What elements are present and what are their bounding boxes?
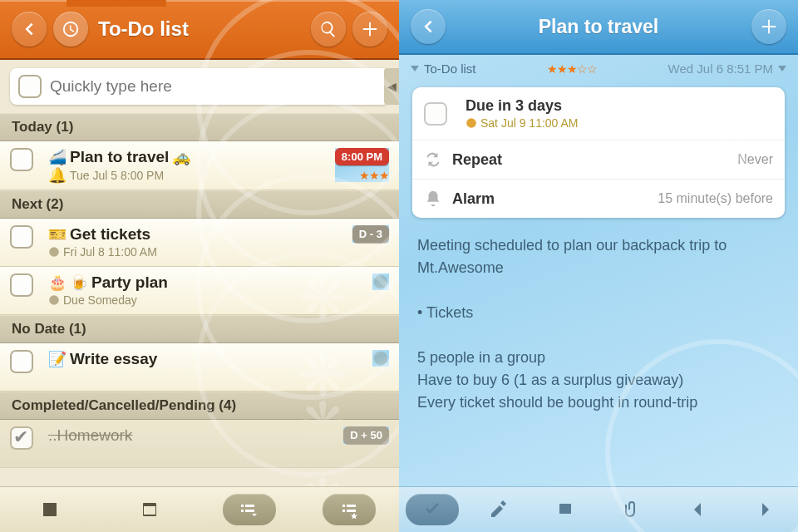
bell-icon [424,190,442,208]
list-screen: To-Do list ◀ Today (1) 🚄Plan to travel🚕 … [0,0,399,532]
share-icon [555,500,575,520]
task-title: ..Homework [48,426,132,445]
search-icon [319,20,337,38]
tab-inbox[interactable] [23,494,76,525]
ticket-icon: 🎫 [48,227,66,242]
repeat-label: Repeat [452,151,727,169]
chevron-left-icon [688,500,708,520]
chevron-right-icon [755,500,775,520]
beer-icon: 🍺 [70,275,88,290]
clock-icon [466,117,477,129]
detail-screen: Plan to travel To-Do list ★★★☆☆ Wed Jul … [399,0,798,532]
task-sub: Fri Jul 8 11:00 AM [63,245,157,259]
section-done: Completed/Cancelled/Pending (4) [0,392,399,420]
countdown-badge: D + 50 [343,426,389,444]
section-today: Today (1) [0,113,399,141]
quick-checkbox[interactable] [18,75,42,98]
add-button[interactable] [751,9,786,44]
bottom-toolbar [399,486,798,532]
due-row[interactable]: Due in 3 days Sat Jul 9 11:00 AM [412,87,785,140]
starlist-icon [339,500,359,520]
alarm-row[interactable]: Alarm 15 minute(s) before [412,180,785,218]
clock-icon [372,350,389,367]
tab-checklist[interactable] [223,494,276,525]
nav-prev[interactable] [672,494,725,525]
task-checkbox[interactable] [10,273,33,297]
alarm-label: Alarm [452,190,648,208]
due-sub: Sat Jul 9 11:00 AM [480,116,579,130]
tab-edit[interactable] [472,494,525,525]
task-checkbox[interactable] [10,148,33,171]
bell-icon: 🔔 [48,168,66,183]
task-row-travel[interactable]: 🚄Plan to travel🚕 🔔Tue Jul 5 8:00 PM 8:00… [0,141,399,190]
plus-icon [760,17,778,36]
tab-calendar[interactable] [123,494,176,525]
clock-button[interactable] [53,12,88,47]
clock-icon [62,20,80,38]
task-title: Write essay [70,350,157,368]
arrow-left-icon [419,17,437,36]
repeat-row[interactable]: Repeat Never [412,140,785,180]
task-title: Party plan [91,273,168,292]
task-checkbox[interactable] [10,350,33,373]
tab-check[interactable] [406,494,459,525]
task-row-party[interactable]: 🎂🍺Party plan Due Someday [0,267,399,315]
tab-share[interactable] [539,494,592,525]
cake-icon: 🎂 [48,275,66,290]
checklist-icon [239,500,259,520]
priority-stars[interactable]: ★★★☆☆ [547,62,597,76]
paperclip-icon [622,500,642,520]
alarm-value: 15 minute(s) before [658,191,773,206]
clock-icon [48,246,60,258]
inbox-icon [40,500,60,520]
task-title: Plan to travel [70,148,169,166]
tab-attach[interactable] [605,494,658,525]
back-button[interactable] [411,9,446,44]
quick-input[interactable] [50,77,381,96]
clock-icon [48,294,60,306]
add-button[interactable] [352,12,387,47]
header-bar: Plan to travel [399,0,798,55]
notes-text[interactable]: Meeting scheduled to plan our backpack t… [399,223,798,426]
header-bar: To-Do list [0,0,399,60]
clock-icon [372,273,389,290]
pencil-icon [489,500,509,520]
bottom-toolbar [0,486,399,532]
detail-title: Plan to travel [446,16,751,38]
repeat-value: Never [737,152,773,167]
quick-add-row[interactable] [10,68,389,105]
tab-starred[interactable] [323,494,376,525]
list-name[interactable]: To-Do list [424,62,476,76]
nav-next[interactable] [738,494,791,525]
back-button[interactable] [12,12,47,47]
time-badge: 8:00 PM [335,148,389,165]
collapse-tab[interactable]: ◀ [384,68,399,105]
arrow-left-icon [20,20,38,38]
repeat-icon [424,150,442,169]
meta-row: To-Do list ★★★☆☆ Wed Jul 6 8:51 PM [399,55,798,82]
dropdown-icon[interactable] [411,66,419,71]
calendar-icon [140,500,160,520]
plus-icon [361,20,379,38]
task-checkbox-checked[interactable] [10,426,33,450]
screen-title: To-Do list [98,17,304,41]
dropdown-icon[interactable] [778,66,786,71]
taxi-icon: 🚕 [172,150,190,165]
section-nodate: No Date (1) [0,315,399,343]
timestamp: Wed Jul 6 8:51 PM [668,62,773,76]
train-icon: 🚄 [48,150,66,165]
memo-icon: 📝 [48,352,66,367]
task-row-tickets[interactable]: 🎫Get tickets Fri Jul 8 11:00 AM D - 3 [0,219,399,267]
task-row-essay[interactable]: 📝Write essay [0,343,399,392]
task-sub: Due Someday [63,293,137,307]
detail-card: Due in 3 days Sat Jul 9 11:00 AM Repeat … [412,87,785,218]
task-checkbox[interactable] [10,225,33,249]
task-sub: Tue Jul 5 8:00 PM [70,169,164,182]
section-next: Next (2) [0,190,399,219]
search-button[interactable] [311,12,346,47]
task-title: Get tickets [70,225,150,244]
task-row-homework[interactable]: ..Homework D + 50 [0,420,399,468]
check-icon [422,500,442,520]
countdown-badge: D - 3 [352,225,389,243]
complete-checkbox[interactable] [424,102,447,126]
